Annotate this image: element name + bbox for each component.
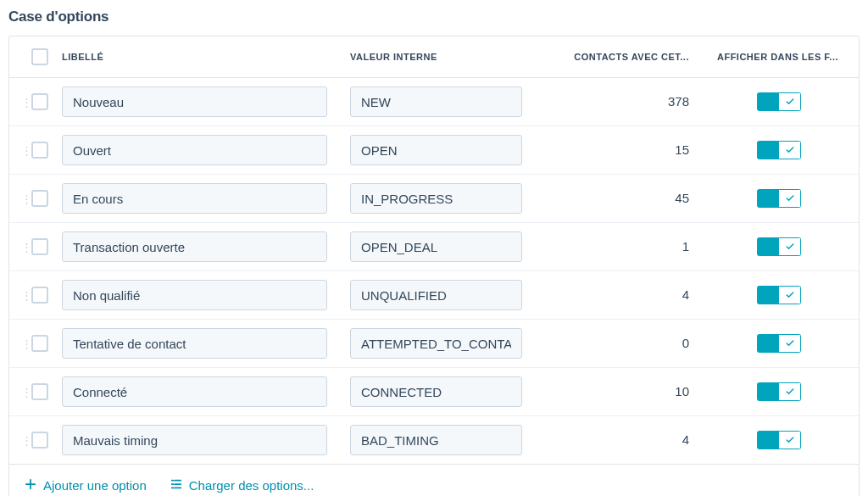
check-icon (779, 431, 801, 449)
label-input[interactable] (62, 280, 327, 310)
row-checkbox[interactable] (31, 335, 48, 352)
select-all-checkbox[interactable] (31, 48, 48, 65)
column-header-label: LIBELLÉ (62, 52, 350, 62)
drag-handle-icon[interactable] (21, 148, 31, 153)
drag-handle-icon[interactable] (21, 437, 31, 443)
label-input[interactable] (62, 231, 327, 262)
internal-value-input[interactable] (350, 183, 522, 214)
internal-value-input[interactable] (350, 425, 522, 455)
table-row: 1 (9, 223, 859, 271)
check-icon (779, 334, 801, 353)
contacts-count: 378 (668, 94, 689, 109)
column-header-internal: VALEUR INTERNE (350, 52, 570, 62)
table-row: 10 (9, 368, 859, 416)
check-icon (779, 189, 801, 208)
check-icon (779, 382, 801, 401)
options-table: LIBELLÉ VALEUR INTERNE CONTACTS AVEC CET… (8, 36, 860, 496)
table-row: 4 (9, 271, 859, 320)
visibility-toggle[interactable] (757, 382, 801, 401)
load-options-label: Charger des options... (189, 478, 314, 493)
contacts-count: 4 (682, 287, 689, 302)
visibility-toggle[interactable] (757, 92, 801, 111)
table-row: 45 (9, 175, 859, 223)
section-title: Case d'options (8, 8, 860, 25)
table-row: 15 (9, 126, 859, 175)
visibility-toggle[interactable] (757, 431, 801, 449)
label-input[interactable] (62, 376, 327, 407)
drag-handle-icon[interactable] (21, 99, 31, 105)
drag-handle-icon[interactable] (21, 293, 31, 298)
visibility-toggle[interactable] (757, 237, 801, 256)
table-row: 4 (9, 416, 859, 465)
label-input[interactable] (62, 425, 327, 455)
table-header: LIBELLÉ VALEUR INTERNE CONTACTS AVEC CET… (9, 36, 859, 78)
check-icon (779, 286, 801, 304)
column-header-visible: AFFICHER DANS LES F... (715, 52, 847, 62)
row-checkbox[interactable] (31, 142, 48, 159)
check-icon (779, 92, 801, 111)
internal-value-input[interactable] (350, 328, 522, 359)
row-checkbox[interactable] (31, 287, 48, 304)
contacts-count: 45 (675, 191, 689, 205)
row-checkbox[interactable] (31, 190, 48, 207)
label-input[interactable] (62, 183, 327, 214)
drag-handle-icon[interactable] (21, 196, 31, 202)
contacts-count: 15 (675, 142, 689, 157)
drag-handle-icon[interactable] (21, 341, 31, 347)
row-checkbox[interactable] (31, 383, 48, 400)
plus-icon (25, 478, 36, 493)
internal-value-input[interactable] (350, 231, 522, 262)
row-checkbox[interactable] (31, 238, 48, 255)
contacts-count: 0 (682, 336, 689, 350)
contacts-count: 10 (675, 384, 689, 398)
column-header-contacts: CONTACTS AVEC CET... (570, 52, 715, 62)
row-checkbox[interactable] (31, 432, 48, 449)
internal-value-input[interactable] (350, 135, 522, 165)
check-icon (779, 237, 801, 256)
list-icon (170, 478, 182, 493)
visibility-toggle[interactable] (757, 286, 801, 304)
drag-handle-icon[interactable] (21, 244, 31, 250)
internal-value-input[interactable] (350, 376, 522, 407)
contacts-count: 4 (682, 432, 689, 447)
add-option-button[interactable]: Ajouter une option (25, 478, 147, 493)
load-options-button[interactable]: Charger des options... (170, 478, 314, 493)
table-row: 0 (9, 320, 859, 368)
add-option-label: Ajouter une option (43, 478, 147, 493)
label-input[interactable] (62, 328, 327, 359)
table-footer: Ajouter une option Charger des options..… (9, 465, 859, 496)
visibility-toggle[interactable] (757, 334, 801, 353)
internal-value-input[interactable] (350, 86, 522, 117)
internal-value-input[interactable] (350, 280, 522, 310)
row-checkbox[interactable] (31, 93, 48, 110)
visibility-toggle[interactable] (757, 189, 801, 208)
table-row: 378 (9, 78, 859, 126)
contacts-count: 1 (682, 239, 689, 254)
label-input[interactable] (62, 86, 327, 117)
drag-handle-icon[interactable] (21, 389, 31, 395)
label-input[interactable] (62, 135, 327, 165)
visibility-toggle[interactable] (757, 141, 801, 159)
check-icon (779, 141, 801, 159)
